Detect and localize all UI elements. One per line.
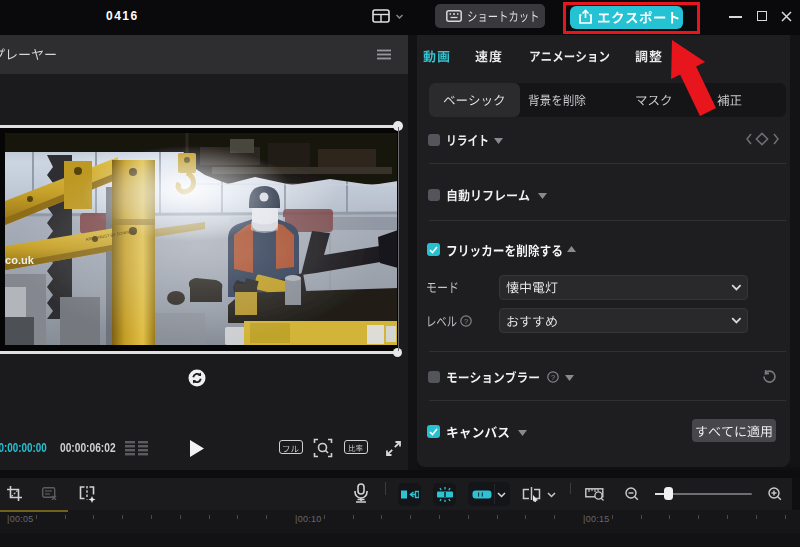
svg-text:?: ? bbox=[551, 373, 556, 382]
svg-text:?: ? bbox=[464, 317, 469, 326]
